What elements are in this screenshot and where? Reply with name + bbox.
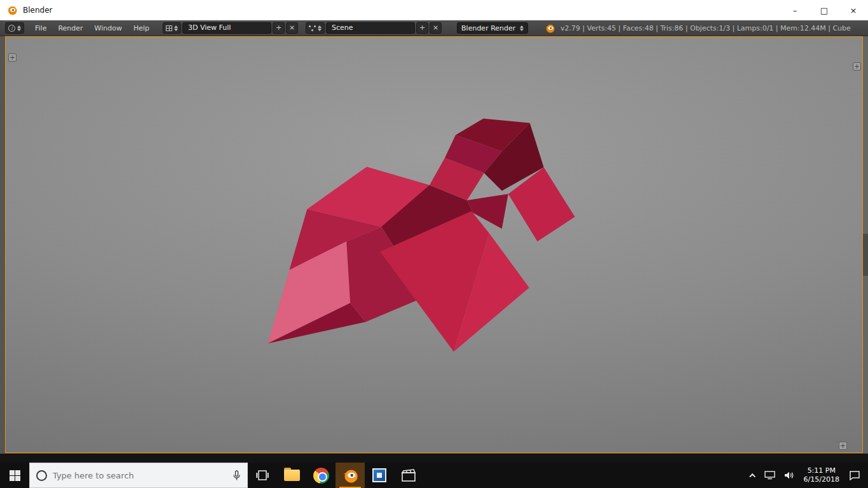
file-explorer-icon [284,470,300,481]
region-expand-widget-top-left[interactable]: + [8,53,17,62]
dropdown-arrows-icon [174,25,178,31]
dropdown-arrows-icon [520,25,524,31]
info-editor-icon [8,25,15,32]
clock-time: 5:11 PM [804,466,839,475]
region-expand-widget-top-right[interactable]: + [853,62,861,71]
scene-selector: Scene + × [306,22,442,34]
action-center-button[interactable] [844,463,868,488]
start-button[interactable] [0,463,29,488]
dropdown-arrows-icon [17,25,21,31]
right-edge-strip [863,36,868,453]
bottom-edge-strip [0,454,868,463]
notification-icon [849,470,860,480]
3d-model [6,37,862,452]
screen-layout-name-field[interactable]: 3D View Full [182,22,271,34]
volume-tray-button[interactable] [780,463,799,488]
blender-taskbar-icon [342,467,359,484]
3d-viewport[interactable]: + + + [5,36,863,453]
window-titlebar: Blender – □ × [0,0,868,20]
chrome-button[interactable] [306,463,336,488]
chevron-up-icon [749,473,756,479]
menu-file[interactable]: File [29,20,52,36]
dropdown-arrows-icon [318,25,322,31]
task-view-button[interactable] [248,463,277,488]
screen-layout-delete-button[interactable]: × [286,22,298,34]
scene-statistics: v2.79 | Verts:45 | Faces:48 | Tris:86 | … [560,24,851,32]
scene-name-field[interactable]: Scene [326,22,415,34]
screen-layout-add-button[interactable]: + [273,22,285,34]
close-button[interactable]: × [839,0,868,20]
network-icon [764,471,775,480]
blender-app-icon [6,4,18,16]
minimize-button[interactable]: – [780,0,810,20]
blue-app-button[interactable] [365,463,394,488]
task-view-icon [255,470,269,481]
microphone-icon[interactable] [233,470,241,481]
taskbar-clock[interactable]: 5:11 PM 6/15/2018 [799,466,844,484]
chrome-icon [313,468,329,484]
system-tray: 5:11 PM 6/15/2018 [747,463,868,488]
screen-layout-selector: 3D View Full + × [163,22,298,34]
menu-render[interactable]: Render [52,20,88,36]
scene-browse-button[interactable] [306,22,325,34]
network-tray-button[interactable] [760,463,780,488]
render-engine-dropdown[interactable]: Blender Render [457,22,528,34]
clapperboard-icon [401,468,416,482]
blender-taskbar-button[interactable] [336,463,365,488]
clock-date: 6/15/2018 [804,475,839,484]
window-controls: – □ × [780,0,868,20]
screen-layout-browse-button[interactable] [163,22,181,34]
speaker-icon [784,471,794,480]
menu-help[interactable]: Help [128,20,155,36]
windows-taskbar: 5:11 PM 6/15/2018 [0,463,868,488]
region-expand-widget-bottom-right[interactable]: + [839,442,847,450]
menu-window[interactable]: Window [89,20,128,36]
windows-logo-icon [10,470,20,481]
window-title: Blender [23,6,53,15]
taskbar-search[interactable] [29,463,248,488]
maximize-button[interactable]: □ [810,0,839,20]
show-hidden-icons-button[interactable] [747,463,760,488]
movies-app-button[interactable] [394,463,423,488]
workspace-area: + + + [0,36,868,463]
blender-logo-icon [545,23,555,34]
right-edge-handle[interactable] [863,234,868,276]
search-input[interactable] [53,471,227,480]
editor-type-selector[interactable] [5,22,24,34]
blue-app-icon [372,468,386,482]
render-engine-value: Blender Render [461,24,515,32]
scene-icon [309,25,316,31]
blender-info-header: File Render Window Help 3D View Full + ×… [0,20,868,36]
blender-window: Blender – □ × File Render Window Help 3D… [0,0,868,488]
cortana-icon [36,470,47,481]
screen-layout-icon [166,25,172,31]
scene-add-button[interactable]: + [416,22,428,34]
file-explorer-button[interactable] [277,463,306,488]
scene-delete-button[interactable]: × [430,22,442,34]
